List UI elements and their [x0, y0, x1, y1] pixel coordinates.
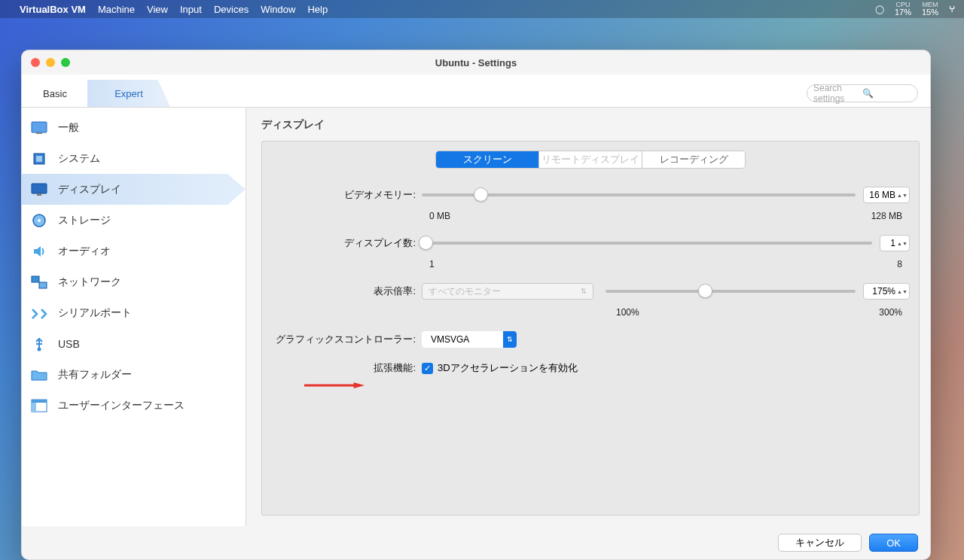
window-titlebar[interactable]: Ubuntu - Settings [22, 50, 930, 75]
search-input[interactable]: Search settings 🔍 [807, 84, 918, 102]
stepper-icon[interactable]: ▲▼ [897, 289, 906, 294]
disp-label: ディスプレイ数: [271, 236, 422, 250]
svg-rect-4 [32, 184, 47, 193]
display-icon [31, 181, 47, 198]
cpu-stat: CPU17% [895, 2, 911, 17]
vmem-label: ビデオメモリー: [271, 188, 422, 202]
mode-tabs: Basic Expert [22, 80, 170, 107]
sidebar-item-audio[interactable]: オーディオ [22, 236, 246, 266]
svg-point-7 [38, 219, 41, 222]
sidebar-item-storage[interactable]: ストレージ [22, 205, 246, 236]
mem-stat: MEM15% [922, 2, 938, 17]
ext-label: 拡張機能: [271, 361, 422, 375]
sidebar-item-network[interactable]: ネットワーク [22, 266, 246, 297]
sidebar-item-display[interactable]: ディスプレイ [22, 174, 246, 205]
sidebar-item-ui[interactable]: ユーザーインターフェース [22, 390, 246, 421]
sidebar-item-shared[interactable]: 共有フォルダー [22, 359, 246, 390]
zoom-icon[interactable] [61, 58, 70, 67]
stepper-icon[interactable]: ▲▼ [897, 241, 906, 246]
annotation-arrow [304, 382, 365, 388]
accel-checkbox[interactable]: ✓3Dアクセラレーションを有効化 [422, 361, 578, 375]
chevron-updown-icon: ⇅ [581, 288, 587, 295]
tab-basic[interactable]: Basic [22, 80, 88, 107]
serial-icon [31, 305, 47, 321]
menu-help[interactable]: Help [307, 4, 328, 15]
checkbox-checked-icon: ✓ [422, 363, 433, 374]
svg-rect-8 [32, 276, 39, 282]
search-icon: 🔍 [862, 88, 911, 99]
vmem-value[interactable]: 16 MB▲▼ [863, 187, 910, 203]
chevron-updown-icon: ⇅ [503, 331, 517, 348]
seg-remote[interactable]: リモートディスプレイ [538, 151, 642, 168]
monitor-select: すべてのモニター⇅ [422, 283, 593, 300]
tab-expert[interactable]: Expert [87, 80, 170, 107]
cancel-button[interactable]: キャンセル [778, 534, 862, 552]
close-icon[interactable] [31, 58, 40, 67]
menubar-app[interactable]: VirtualBox VM [20, 4, 86, 15]
stepper-icon[interactable]: ▲▼ [897, 193, 906, 198]
scale-label: 表示倍率: [271, 285, 422, 298]
general-icon [31, 120, 47, 136]
ui-icon [31, 397, 47, 414]
folder-icon [31, 367, 47, 383]
window-title: Ubuntu - Settings [435, 57, 517, 68]
menu-machine[interactable]: Machine [98, 4, 135, 15]
svg-rect-13 [32, 403, 36, 412]
svg-rect-1 [36, 132, 42, 134]
seg-screen[interactable]: スクリーン [436, 151, 538, 168]
audio-icon [31, 243, 47, 260]
ok-button[interactable]: OK [869, 534, 918, 552]
sidebar-item-serial[interactable]: シリアルポート [22, 297, 246, 328]
svg-rect-5 [37, 193, 41, 196]
storage-icon [31, 212, 47, 229]
macos-menubar: VirtualBox VM Machine View Input Devices… [0, 0, 964, 18]
network-icon [31, 274, 47, 291]
scale-slider[interactable] [606, 290, 856, 293]
settings-sidebar: 一般 システム ディスプレイ ストレージ オーディオ ネットワーク シリアルポー… [22, 108, 246, 526]
creative-cloud-icon[interactable]: ◯ [875, 5, 884, 14]
chip-icon [31, 151, 47, 167]
menu-view[interactable]: View [147, 4, 168, 15]
panel-heading: ディスプレイ [261, 118, 920, 132]
usb-icon [31, 336, 47, 352]
gctrl-select[interactable]: VMSVGA⇅ [422, 331, 517, 348]
vmem-slider[interactable] [422, 193, 856, 196]
svg-rect-3 [36, 156, 42, 162]
disp-slider[interactable] [422, 242, 872, 245]
menu-window[interactable]: Window [261, 4, 295, 15]
key-icon[interactable]: ⵖ [949, 5, 955, 14]
disp-value[interactable]: 1▲▼ [880, 235, 910, 251]
menu-input[interactable]: Input [180, 4, 202, 15]
menu-devices[interactable]: Devices [214, 4, 249, 15]
sidebar-item-usb[interactable]: USB [22, 328, 246, 359]
seg-recording[interactable]: レコーディング [642, 151, 745, 168]
svg-rect-9 [39, 282, 47, 288]
scale-value[interactable]: 175%▲▼ [863, 283, 910, 300]
gctrl-label: グラフィックスコントローラー: [271, 333, 422, 346]
display-tabs: スクリーン リモートディスプレイ レコーディング [435, 151, 746, 169]
sidebar-item-general[interactable]: 一般 [22, 112, 246, 143]
settings-window: Ubuntu - Settings Basic Expert Search se… [21, 50, 931, 560]
minimize-icon[interactable] [46, 58, 55, 67]
svg-rect-0 [32, 122, 47, 132]
svg-rect-12 [32, 400, 47, 403]
sidebar-item-system[interactable]: システム [22, 143, 246, 174]
svg-point-10 [38, 347, 41, 351]
